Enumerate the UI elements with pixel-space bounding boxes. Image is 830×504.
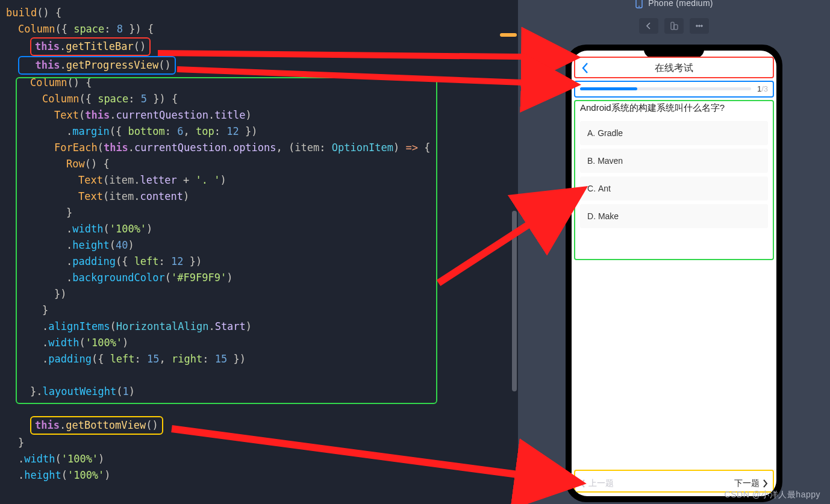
option-content: Make	[598, 211, 619, 221]
prev-button[interactable]: 上一题	[580, 478, 614, 489]
more-icon[interactable]	[690, 18, 709, 34]
preview-toolbar	[639, 18, 709, 34]
option-letter: C	[587, 184, 593, 193]
app-titlebar: 在线考试	[572, 57, 776, 79]
progress-count: 1/3	[757, 84, 768, 93]
option-letter: A	[587, 128, 593, 138]
option-row[interactable]: A. Gradle	[580, 121, 768, 145]
svg-rect-3	[674, 25, 678, 30]
phone-notch	[644, 47, 704, 58]
option-content: Gradle	[598, 128, 623, 138]
phone-screen: 在线考试 1/3 Android系统的构建系统叫什么名字? A. Gradle …	[572, 51, 776, 496]
back-history-icon[interactable]	[639, 18, 658, 34]
option-content: Ant	[598, 184, 611, 193]
back-button[interactable]	[578, 60, 593, 76]
option-letter: B	[587, 156, 593, 166]
code-editor[interactable]: build() { Column({ space: 8 }) { this.ge…	[0, 0, 518, 504]
svg-point-5	[699, 25, 701, 27]
box-question-column	[16, 77, 437, 404]
svg-point-1	[638, 6, 640, 7]
progress-track	[580, 87, 751, 90]
rotate-icon[interactable]	[664, 18, 684, 34]
box-bottomview-call: this.getBottomView()	[30, 416, 163, 435]
chevron-left-icon	[580, 479, 586, 488]
svg-rect-2	[671, 22, 674, 30]
split-handle[interactable]	[500, 33, 517, 37]
option-row[interactable]: C. Ant	[580, 176, 768, 201]
box-progress-call: ··this.getProgressView()	[18, 56, 176, 75]
app-title: 在线考试	[655, 62, 693, 75]
editor-scrollbar[interactable]	[510, 0, 518, 504]
progress-view: 1/3	[572, 79, 776, 98]
chevron-left-icon	[581, 62, 590, 74]
question-title: Android系统的构建系统叫什么名字?	[580, 102, 768, 114]
option-row[interactable]: B. Maven	[580, 149, 768, 173]
watermark: CSDN @小洋人最happy	[725, 490, 820, 500]
progress-fill	[580, 87, 637, 90]
svg-point-6	[701, 25, 703, 27]
device-label[interactable]: Phone (medium)	[635, 0, 713, 10]
next-button[interactable]: 下一题	[734, 478, 768, 489]
question-wrapper: Android系统的构建系统叫什么名字? A. Gradle B. Maven …	[572, 98, 776, 232]
option-letter: D	[587, 211, 593, 221]
chevron-right-icon	[762, 479, 768, 488]
option-row[interactable]: D. Make	[580, 204, 768, 228]
option-content: Maven	[598, 156, 623, 166]
box-titlebar-call: this.getTitleBar()	[30, 37, 151, 56]
phone-frame: 在线考试 1/3 Android系统的构建系统叫什么名字? A. Gradle …	[566, 45, 782, 502]
preview-panel: Phone (medium) 在线考试	[518, 0, 830, 504]
svg-point-4	[696, 25, 698, 27]
